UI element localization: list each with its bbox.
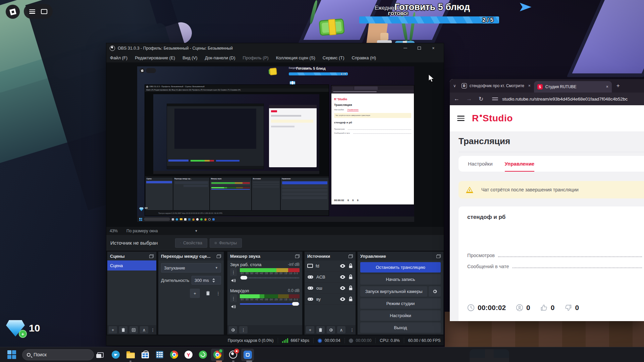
duration-input[interactable]: 300 ms (192, 276, 221, 285)
source-row[interactable]: fd (305, 260, 356, 272)
close-button[interactable]: × (426, 43, 440, 53)
source-row[interactable]: ву (305, 294, 356, 305)
studio-mode-button[interactable]: Режим студии (360, 298, 441, 309)
remove-scene-button[interactable] (119, 326, 127, 334)
blue-tile-app-icon[interactable] (243, 350, 252, 359)
menu-help[interactable]: Справка (H) (348, 55, 380, 60)
file-explorer-icon[interactable] (126, 350, 135, 359)
transition-more-icon[interactable]: ⋮ (216, 291, 220, 296)
obs-taskbar-icon[interactable] (228, 350, 238, 359)
chrome-icon[interactable] (169, 350, 179, 359)
virtual-camera-settings-button[interactable] (429, 286, 441, 297)
start-recording-button[interactable]: Начать запись (360, 274, 441, 285)
obs-preview-canvas[interactable]: Ежедневная Награда Готовить 5 блюд 2 / 5… (106, 63, 444, 227)
menu-file[interactable]: Файл (F) (106, 55, 131, 60)
start-button[interactable] (7, 350, 16, 359)
mixer-more-icon[interactable]: ⋮ (239, 326, 248, 334)
rutube-menu-icon[interactable] (457, 116, 465, 121)
add-source-button[interactable]: + (306, 326, 314, 334)
lock-icon[interactable] (348, 285, 353, 291)
forward-button[interactable]: → (466, 96, 472, 102)
zoom-dropdown-icon[interactable]: ▼ (195, 229, 198, 233)
exit-button[interactable]: Выход (360, 322, 441, 333)
filters-button[interactable]: Фильтры (210, 238, 242, 248)
lock-icon[interactable] (348, 263, 353, 268)
popout-icon[interactable] (217, 254, 221, 258)
visibility-icon[interactable] (339, 286, 346, 290)
speaker-icon[interactable] (230, 277, 237, 284)
task-view-button[interactable] (95, 350, 105, 359)
visibility-icon[interactable] (339, 297, 346, 301)
close-tab-icon[interactable]: × (606, 84, 608, 89)
site-info-icon[interactable] (492, 97, 498, 101)
gem-add-button[interactable]: + (19, 330, 27, 338)
popout-icon[interactable] (436, 254, 441, 258)
scene-list-item[interactable]: Сцена (107, 260, 156, 270)
menu-edit[interactable]: Редактирование (E) (131, 55, 179, 60)
volume-slider[interactable] (240, 276, 300, 280)
volume-slider[interactable] (240, 302, 300, 306)
settings-button[interactable]: Настройки (360, 310, 441, 321)
back-button[interactable]: ← (454, 96, 460, 102)
mixer-settings-button[interactable] (229, 326, 237, 334)
menu-view[interactable]: Вид (V) (179, 55, 201, 60)
menu-tools[interactable]: Сервис (T) (319, 55, 348, 60)
visibility-icon[interactable] (339, 275, 346, 279)
tab-settings[interactable]: Настройки (468, 161, 493, 167)
source-row[interactable]: ош (305, 283, 356, 294)
menu-profile[interactable]: Профиль (P) (239, 55, 272, 60)
chrome-active-icon[interactable] (213, 350, 222, 359)
scene-filters-button[interactable] (129, 326, 138, 334)
menu-docks[interactable]: Док-панели (D) (201, 55, 239, 60)
telegram-icon[interactable] (111, 350, 120, 359)
game-menu-icon[interactable] (29, 9, 35, 14)
remove-source-button[interactable] (316, 326, 325, 334)
url-bar[interactable]: studio.rutube.ru/stream/e93b4d45d4e68e01… (502, 97, 628, 102)
browser-tab-active[interactable]: S Студия RUTUBE × (534, 81, 612, 93)
scenes-more-icon[interactable]: ⋮ (151, 327, 155, 333)
properties-button[interactable]: Свойства (175, 238, 207, 248)
tab-search-icon[interactable]: ∨ (453, 83, 456, 88)
sources-more-icon[interactable]: ⋮ (350, 327, 354, 333)
play-stream-icon[interactable] (520, 2, 532, 12)
minimize-button[interactable] (398, 43, 412, 53)
close-tab-icon[interactable]: × (528, 83, 531, 88)
remove-transition-button[interactable] (203, 289, 213, 298)
popout-icon[interactable] (295, 254, 300, 258)
transition-select[interactable]: Затухание ▼ (161, 263, 221, 273)
speaker-icon[interactable] (230, 303, 237, 310)
move-source-up-button[interactable]: ∧ (337, 326, 345, 334)
tab-control[interactable]: Управление (505, 161, 535, 167)
dislikes-stat[interactable]: 0 (565, 304, 579, 312)
likes-stat[interactable]: 0 (540, 304, 555, 312)
roblox-menu-button[interactable] (6, 5, 20, 19)
lock-icon[interactable] (348, 274, 353, 280)
stop-streaming-button[interactable]: Остановить трансляцию (360, 262, 441, 273)
browser-tab[interactable]: R стендофчик про кт. Смотрите × (458, 80, 534, 92)
visibility-icon[interactable] (339, 264, 346, 268)
add-scene-button[interactable]: + (109, 326, 117, 334)
zoom-mode[interactable]: По размеру окна (126, 229, 158, 233)
calculator-icon[interactable] (155, 350, 164, 359)
popout-icon[interactable] (348, 254, 353, 258)
menu-scene-collection[interactable]: Коллекция сцен (S) (272, 55, 319, 60)
add-transition-button[interactable]: + (190, 289, 200, 298)
move-scene-up-button[interactable]: ∧ (140, 326, 148, 334)
popout-icon[interactable] (149, 254, 154, 258)
microsoft-store-icon[interactable] (141, 350, 150, 359)
rutube-studio-logo[interactable]: RStudio (472, 113, 513, 124)
new-tab-button[interactable]: + (616, 82, 620, 89)
taskbar-search[interactable]: Поиск (22, 349, 94, 360)
source-row[interactable]: ACB (305, 272, 356, 283)
game-chat-icon[interactable] (41, 9, 47, 14)
channel-menu-icon[interactable]: ⋮ (230, 294, 237, 302)
maximize-button[interactable] (412, 43, 426, 53)
whatsapp-icon[interactable] (198, 350, 208, 359)
source-properties-button[interactable] (327, 326, 335, 334)
yandex-browser-icon[interactable]: Y (184, 350, 193, 359)
lock-icon[interactable] (348, 296, 353, 302)
reload-button[interactable]: ↻ (479, 96, 483, 103)
channel-menu-icon[interactable]: ⋮ (230, 268, 237, 276)
obs-titlebar[interactable]: OBS 31.0.3 - Профиль: Безымянный - Сцены… (106, 43, 444, 53)
virtual-camera-button[interactable]: Запуск виртуальной камеры (360, 286, 427, 297)
